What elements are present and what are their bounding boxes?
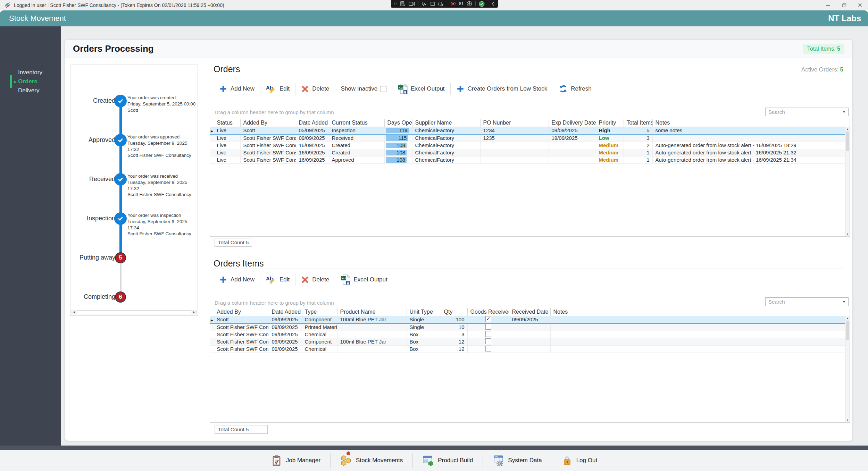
excel-output-button[interactable]: XLSExcel Output [335, 273, 393, 287]
timeline-step-putting-away-badge[interactable]: 5 [115, 252, 126, 263]
log-out-button[interactable]: Log Out [552, 450, 607, 471]
minimize-button[interactable] [820, 0, 836, 10]
column-header-po-nunber[interactable]: PO Nunber [480, 119, 549, 127]
refresh-button[interactable]: Refresh [553, 82, 597, 96]
orders-items-group-by-drop-zone[interactable]: Drag a column header here to group by th… [215, 300, 334, 306]
camera-icon[interactable] [409, 1, 415, 6]
orders-table-row[interactable]: LiveScott Fisher SWF Consultancy16/09/20… [210, 156, 846, 163]
column-header-status[interactable]: Status [214, 119, 240, 127]
goods-received-checkbox[interactable] [485, 346, 491, 352]
timeline-horizontal-scrollbar[interactable]: ◄ ► [72, 310, 197, 314]
column-header-supplier-name[interactable]: Supplier Name [412, 119, 480, 127]
column-header-days-open[interactable]: Days Open [384, 119, 412, 127]
scrollbar-thumb[interactable] [846, 321, 849, 340]
stock-movements-button[interactable]: Stock Movements [331, 450, 412, 471]
show-inactive-toggle[interactable]: Show Inactive [335, 82, 392, 96]
cell-date-added: 09/09/2025 [269, 338, 302, 345]
column-header-received-date[interactable]: Received Date [509, 308, 550, 316]
edit-button[interactable]: AbEdit [260, 82, 295, 96]
status-ok-icon[interactable] [479, 1, 485, 7]
goods-received-checkbox[interactable] [485, 316, 491, 322]
orders-items-table-row[interactable]: ▶Scott09/09/2025Component100ml Blue PET … [210, 316, 846, 323]
create-orders-from-low-stock-button[interactable]: Create Orders from Low Stock [451, 82, 553, 96]
column-header-notes[interactable]: Notes [550, 308, 846, 316]
total-items-label: Total Items: [807, 46, 836, 52]
orders-items-table: Added ByDate AddedTypeProduct NameUnit T… [210, 308, 846, 353]
toolbar-divider [418, 1, 418, 6]
delete-button[interactable]: Delete [295, 82, 335, 96]
goods-received-checkbox[interactable] [485, 324, 491, 330]
column-header-date-added[interactable]: Date Added [296, 119, 329, 127]
product-build-button[interactable]: Product Build [413, 450, 483, 471]
collapse-chevron-icon[interactable] [491, 1, 495, 6]
restore-button[interactable] [836, 0, 852, 10]
scroll-left-arrow[interactable]: ◄ [72, 310, 76, 314]
orders-items-table-row[interactable]: Scott Fisher SWF Consultancy09/09/2025Pr… [210, 323, 846, 331]
record-indicator-icon[interactable] [450, 1, 456, 7]
column-header-notes[interactable]: Notes [652, 119, 846, 127]
excel-output-button[interactable]: XLSExcel Output [392, 82, 450, 96]
search-dropdown-arrow-icon[interactable]: ▾ [840, 298, 848, 306]
column-header-total-items[interactable]: Total Items [624, 119, 652, 127]
show-inactive-checkbox[interactable] [381, 86, 386, 92]
job-manager-icon [271, 455, 282, 466]
orders-grid-vertical-scrollbar[interactable]: ▲ ▼ [845, 127, 850, 236]
close-button[interactable] [852, 0, 868, 10]
column-header-unit-type[interactable]: Unit Type [407, 308, 441, 316]
orders-items-grid-vertical-scrollbar[interactable]: ▲ ▼ [845, 316, 850, 422]
sidebar-item-delivery[interactable]: Delivery [0, 86, 61, 95]
scroll-down-arrow[interactable]: ▼ [845, 418, 850, 422]
orders-table-row[interactable]: LiveScott Fisher SWF Consultancy16/09/20… [210, 149, 846, 156]
column-header-exp-delivery-date[interactable]: Exp Delivery Date [549, 119, 596, 127]
search-dropdown-arrow-icon[interactable]: ▾ [840, 108, 848, 116]
scroll-down-arrow[interactable]: ▼ [845, 232, 850, 236]
edit-button[interactable]: AbEdit [260, 273, 295, 287]
add-new-button[interactable]: Add New [214, 273, 260, 287]
timeline-step-received-check-icon[interactable] [114, 173, 127, 186]
orders-group-by-drop-zone[interactable]: Drag a column header here to group by th… [215, 109, 334, 115]
accessibility-icon[interactable] [467, 1, 472, 7]
orders-items-table-row[interactable]: Scott Fisher SWF Consultancy09/09/2025Co… [210, 338, 846, 345]
cursor-region-icon[interactable] [438, 1, 444, 6]
drag-handle-icon[interactable] [394, 1, 397, 6]
orders-items-table-row[interactable]: Scott Fisher SWF Consultancy09/09/2025Ch… [210, 345, 846, 353]
column-header-current-status[interactable]: Current Status [329, 119, 384, 127]
cell-po-number [480, 149, 549, 156]
scroll-up-arrow[interactable]: ▲ [845, 127, 850, 131]
cell-days-open: 108 [384, 149, 412, 156]
capture-settings-icon[interactable] [400, 1, 406, 7]
goods-received-checkbox[interactable] [485, 331, 491, 337]
cell-received-date: 09/09/2025 [509, 316, 550, 323]
scroll-right-arrow[interactable]: ► [192, 310, 196, 314]
scroll-up-arrow[interactable]: ▲ [845, 316, 850, 320]
region-select-icon[interactable] [430, 1, 435, 6]
orders-table-row[interactable]: LiveScott Fisher SWF Consultancy16/09/20… [210, 142, 846, 149]
timeline-step-inspection-check-icon[interactable] [114, 212, 127, 225]
add-new-button[interactable]: Add New [214, 82, 260, 96]
column-header-type[interactable]: Type [302, 308, 337, 316]
orders-items-search-input[interactable] [766, 299, 840, 305]
orders-table-row[interactable]: LiveScott Fisher SWF Consultancy09/09/20… [210, 134, 846, 142]
column-header-added-by[interactable]: Added By [240, 119, 296, 127]
scrollbar-thumb[interactable] [846, 132, 849, 151]
orders-search-input[interactable] [766, 109, 840, 115]
timeline-step-completing-badge[interactable]: 6 [115, 291, 126, 303]
goods-received-checkbox[interactable] [485, 338, 491, 344]
column-header-qty[interactable]: Qty [441, 308, 467, 316]
column-header-priority[interactable]: Priority [596, 119, 624, 127]
scrollbar-thumb[interactable] [77, 310, 191, 314]
job-manager-button[interactable]: Job Manager [261, 450, 330, 471]
column-header-added-by[interactable]: Added By [214, 308, 269, 316]
cursor-capture-icon[interactable] [422, 1, 427, 6]
timeline-step-created-check-icon[interactable] [114, 95, 127, 107]
timeline-step-approved-check-icon[interactable] [114, 134, 127, 146]
sidebar-item-orders[interactable]: ▶Orders [0, 77, 61, 86]
orders-table-row[interactable]: ▶LiveScott05/09/2025Inspection119Chemica… [210, 127, 846, 134]
column-header-date-added[interactable]: Date Added [269, 308, 302, 316]
orders-items-table-row[interactable]: Scott Fisher SWF Consultancy09/09/2025Ch… [210, 331, 846, 338]
column-header-goods-received[interactable]: Goods Received [467, 308, 509, 316]
column-header-product-name[interactable]: Product Name [337, 308, 407, 316]
system-data-button[interactable]: System Data [483, 450, 551, 471]
sidebar-item-inventory[interactable]: Inventory [0, 68, 61, 77]
delete-button[interactable]: Delete [295, 273, 335, 287]
